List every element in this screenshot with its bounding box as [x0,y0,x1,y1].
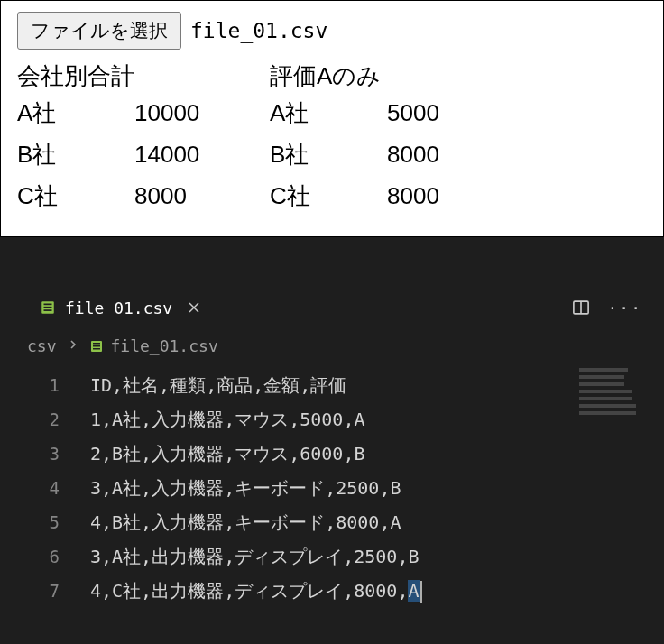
company-cell: C社 [270,180,387,212]
code-content: 3,A社,入力機器,キーボード,2500,B [90,476,401,501]
breadcrumb-file[interactable]: file_01.csv [89,336,218,355]
svg-rect-10 [93,345,100,347]
svg-rect-3 [44,309,52,311]
code-content: 4,C社,出力機器,ディスプレイ,8000,A [90,579,422,603]
code-line[interactable]: 63,A社,出力機器,ディスプレイ,2500,B [0,539,664,574]
line-number: 5 [0,512,90,532]
line-number: 4 [0,478,90,498]
table-rating-a-only: 評価Aのみ A社 5000 B社 8000 C社 8000 [270,60,522,222]
svg-rect-11 [93,348,100,350]
breadcrumb-folder[interactable]: csv [27,336,57,355]
value-cell: 8000 [387,182,439,210]
table2-title: 評価Aのみ [270,60,522,92]
browser-output-pane: ファイルを選択 file_01.csv 会社別合計 A社 10000 B社 14… [0,0,664,237]
table-company-total: 会社別合計 A社 10000 B社 14000 C社 8000 [17,60,270,222]
code-line[interactable]: 1ID,社名,種類,商品,金額,評価 [0,368,664,402]
editor-tab[interactable]: file_01.csv [27,288,216,327]
code-content: ID,社名,種類,商品,金額,評価 [90,373,346,398]
line-number: 3 [0,444,90,464]
code-content: 2,B社,入力機器,マウス,6000,B [90,442,365,466]
vscode-editor-pane: file_01.csv ··· csv file_01.csv [0,237,664,608]
minimap[interactable] [579,368,660,530]
selected-file-name: file_01.csv [190,19,327,42]
code-line[interactable]: 74,C社,出力機器,ディスプレイ,8000,A [0,574,664,608]
company-cell: A社 [270,97,387,129]
file-select-button[interactable]: ファイルを選択 [17,12,181,50]
company-cell: C社 [17,180,134,212]
code-content: 3,A社,出力機器,ディスプレイ,2500,B [90,545,420,569]
line-number: 6 [0,547,90,566]
tab-actions: ··· [571,298,664,317]
value-cell: 10000 [134,99,199,127]
table1-title: 会社別合計 [17,60,270,92]
code-line[interactable]: 54,B社,入力機器,キーボード,8000,A [0,505,664,539]
more-actions-button[interactable]: ··· [607,299,642,317]
table-row: A社 10000 [17,97,270,139]
table-row: C社 8000 [17,180,270,222]
code-line[interactable]: 43,A社,入力機器,キーボード,2500,B [0,471,664,505]
company-cell: A社 [17,97,134,129]
svg-rect-2 [44,307,52,308]
company-cell: B社 [17,139,134,170]
code-line[interactable]: 32,B社,入力機器,マウス,6000,B [0,437,664,471]
table-row: A社 5000 [270,97,522,139]
code-line[interactable]: 21,A社,入力機器,マウス,5000,A [0,402,664,437]
table-row: B社 14000 [17,139,270,180]
line-number: 2 [0,409,90,429]
svg-rect-9 [93,343,100,345]
table-row: B社 8000 [270,139,522,180]
split-editor-icon[interactable] [571,298,591,317]
code-content: 1,A社,入力機器,マウス,5000,A [90,408,365,432]
svg-rect-1 [44,304,52,306]
value-cell: 5000 [387,99,439,127]
value-cell: 8000 [387,141,439,169]
value-cell: 14000 [134,141,199,169]
editor-tab-bar: file_01.csv ··· [0,288,664,327]
file-picker-row: ファイルを選択 file_01.csv [17,12,647,50]
breadcrumb[interactable]: csv file_01.csv [0,327,664,368]
table-row: C社 8000 [270,180,522,222]
text-cursor [420,581,422,603]
code-content: 4,B社,入力機器,キーボード,8000,A [90,511,401,535]
breadcrumb-filename: file_01.csv [111,336,218,355]
chevron-right-icon [66,336,80,355]
tab-filename: file_01.csv [65,299,172,317]
close-tab-button[interactable] [185,299,203,317]
value-cell: 8000 [134,182,187,210]
line-number: 7 [0,581,90,601]
csv-file-icon [40,299,56,316]
summary-tables: 会社別合計 A社 10000 B社 14000 C社 8000 評価Aのみ A社… [17,60,647,222]
company-cell: B社 [270,139,387,170]
code-editor[interactable]: 1ID,社名,種類,商品,金額,評価 21,A社,入力機器,マウス,5000,A… [0,368,664,608]
line-number: 1 [0,375,90,395]
